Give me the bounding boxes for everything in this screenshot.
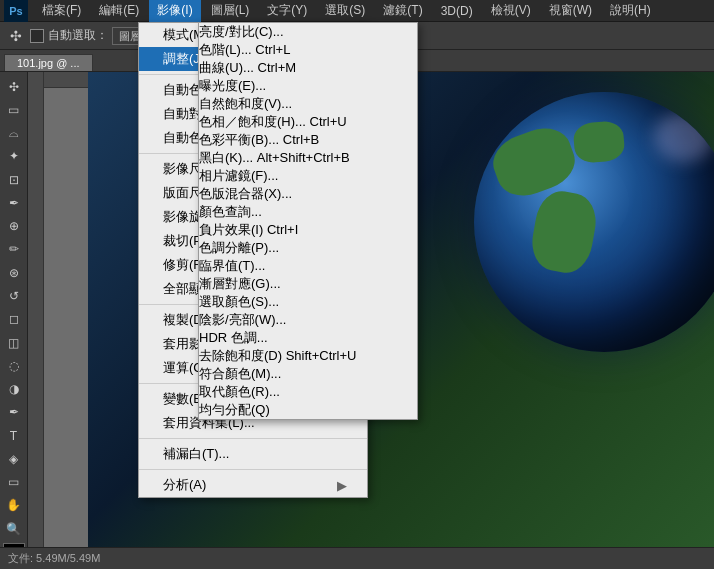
crop-tool[interactable]: ⊡	[2, 169, 26, 190]
menu-layer[interactable]: 圖層(L)	[203, 0, 258, 22]
submenu-match-color[interactable]: 符合顏色(M)...	[199, 365, 417, 383]
brightness-contrast-label: 亮度/對比(C)...	[199, 24, 284, 39]
submenu-color-lookup[interactable]: 顏色查詢...	[199, 203, 417, 221]
zoom-tool[interactable]: 🔍	[2, 518, 26, 539]
curves-shortcut: Ctrl+M	[258, 60, 297, 75]
history-tool[interactable]: ↺	[2, 285, 26, 306]
menu-image[interactable]: 影像(I)	[149, 0, 200, 22]
toolbox: ✣ ▭ ⌓ ✦ ⊡ ✒ ⊕ ✏ ⊛ ↺ ◻ ◫ ◌ ◑ ✒ T ◈ ▭ ✋ 🔍	[0, 72, 28, 569]
submenu-black-white[interactable]: 黑白(K)... Alt+Shift+Ctrl+B	[199, 149, 417, 167]
levels-shortcut: Ctrl+L	[255, 42, 290, 57]
magic-wand-tool[interactable]: ✦	[2, 146, 26, 167]
hue-saturation-shortcut: Ctrl+U	[310, 114, 347, 129]
hand-tool[interactable]: ✋	[2, 495, 26, 516]
submenu-hdr-toning[interactable]: HDR 色調...	[199, 329, 417, 347]
separator-6	[139, 469, 367, 470]
lasso-tool[interactable]: ⌓	[2, 123, 26, 144]
status-text: 文件: 5.49M/5.49M	[8, 551, 100, 566]
menu-item-trap[interactable]: 補漏白(T)...	[139, 442, 367, 466]
submenu-shadows-highlights[interactable]: 陰影/亮部(W)...	[199, 311, 417, 329]
ruler-vertical	[28, 72, 44, 569]
selective-color-label: 選取顏色(S)...	[199, 294, 279, 309]
color-lookup-label: 顏色查詢...	[199, 204, 262, 219]
submenu-posterize[interactable]: 色調分離(P)...	[199, 239, 417, 257]
match-color-label: 符合顏色(M)...	[199, 366, 281, 381]
submenu-threshold[interactable]: 臨界值(T)...	[199, 257, 417, 275]
analyze-arrow-icon: ▶	[337, 478, 347, 493]
menu-file[interactable]: 檔案(F)	[34, 0, 89, 22]
submenu-brightness-contrast[interactable]: 亮度/對比(C)...	[199, 23, 417, 41]
menu-help[interactable]: 說明(H)	[602, 0, 659, 22]
gradient-tool[interactable]: ◫	[2, 332, 26, 353]
clone-tool[interactable]: ⊛	[2, 262, 26, 283]
menu-select[interactable]: 選取(S)	[317, 0, 373, 22]
menu-3d[interactable]: 3D(D)	[433, 0, 481, 22]
status-bar: 文件: 5.49M/5.49M	[0, 547, 714, 569]
submenu-replace-color[interactable]: 取代顏色(R)...	[199, 383, 417, 401]
vibrance-label: 自然飽和度(V)...	[199, 96, 292, 111]
submenu-exposure[interactable]: 曝光度(E)...	[199, 77, 417, 95]
path-tool[interactable]: ◈	[2, 448, 26, 469]
eraser-tool[interactable]: ◻	[2, 309, 26, 330]
submenu-vibrance[interactable]: 自然飽和度(V)...	[199, 95, 417, 113]
invert-shortcut: Ctrl+I	[267, 222, 298, 237]
channel-mixer-label: 色版混合器(X)...	[199, 186, 292, 201]
hdr-toning-label: HDR 色調...	[199, 330, 268, 345]
move-tool-icon: ✣	[6, 26, 26, 46]
separator-5	[139, 438, 367, 439]
adjust-submenu: 亮度/對比(C)... 色階(L)... Ctrl+L 曲線(U)... Ctr…	[198, 22, 418, 420]
color-balance-shortcut: Ctrl+B	[283, 132, 319, 147]
black-white-label: 黑白(K)...	[199, 150, 253, 165]
menu-window[interactable]: 視窗(W)	[541, 0, 600, 22]
shadows-highlights-label: 陰影/亮部(W)...	[199, 312, 286, 327]
equalize-label: 均勻分配(Q)	[199, 402, 270, 417]
submenu-channel-mixer[interactable]: 色版混合器(X)...	[199, 185, 417, 203]
dodge-tool[interactable]: ◑	[2, 378, 26, 399]
menu-bar: Ps 檔案(F) 編輯(E) 影像(I) 圖層(L) 文字(Y) 選取(S) 濾…	[0, 0, 714, 22]
text-tool[interactable]: T	[2, 425, 26, 446]
menu-item-analyze[interactable]: 分析(A) ▶	[139, 473, 367, 497]
color-balance-label: 色彩平衡(B)...	[199, 132, 279, 147]
analyze-label: 分析(A)	[163, 476, 206, 494]
menu-edit[interactable]: 編輯(E)	[91, 0, 147, 22]
heal-tool[interactable]: ⊕	[2, 216, 26, 237]
submenu-invert[interactable]: 負片效果(I) Ctrl+I	[199, 221, 417, 239]
menu-filter[interactable]: 濾鏡(T)	[375, 0, 430, 22]
submenu-curves[interactable]: 曲線(U)... Ctrl+M	[199, 59, 417, 77]
ps-logo: Ps	[4, 0, 28, 22]
submenu-photo-filter[interactable]: 相片濾鏡(F)...	[199, 167, 417, 185]
black-white-shortcut: Alt+Shift+Ctrl+B	[257, 150, 350, 165]
invert-label: 負片效果(I)	[199, 222, 263, 237]
tab-label: 101.jpg @ ...	[17, 57, 80, 69]
submenu-selective-color[interactable]: 選取顏色(S)...	[199, 293, 417, 311]
eyedropper-tool[interactable]: ✒	[2, 192, 26, 213]
posterize-label: 色調分離(P)...	[199, 240, 279, 255]
hue-saturation-label: 色相／飽和度(H)...	[199, 114, 306, 129]
photo-filter-label: 相片濾鏡(F)...	[199, 168, 278, 183]
threshold-label: 臨界值(T)...	[199, 258, 265, 273]
exposure-label: 曝光度(E)...	[199, 78, 266, 93]
document-tab[interactable]: 101.jpg @ ...	[4, 54, 93, 71]
submenu-hue-saturation[interactable]: 色相／飽和度(H)... Ctrl+U	[199, 113, 417, 131]
auto-select-label: 自動選取：	[48, 27, 108, 44]
replace-color-label: 取代顏色(R)...	[199, 384, 280, 399]
selection-tool[interactable]: ▭	[2, 99, 26, 120]
curves-label: 曲線(U)...	[199, 60, 254, 75]
trap-label: 補漏白(T)...	[163, 445, 229, 463]
submenu-gradient-map[interactable]: 漸層對應(G)...	[199, 275, 417, 293]
levels-label: 色階(L)...	[199, 42, 252, 57]
submenu-equalize[interactable]: 均勻分配(Q)	[199, 401, 417, 419]
submenu-desaturate[interactable]: 去除飽和度(D) Shift+Ctrl+U	[199, 347, 417, 365]
desaturate-shortcut: Shift+Ctrl+U	[286, 348, 357, 363]
blur-tool[interactable]: ◌	[2, 355, 26, 376]
menu-view[interactable]: 檢視(V)	[483, 0, 539, 22]
brush-tool[interactable]: ✏	[2, 239, 26, 260]
auto-select-checkbox[interactable]	[30, 29, 44, 43]
gradient-map-label: 漸層對應(G)...	[199, 276, 281, 291]
pen-tool[interactable]: ✒	[2, 402, 26, 423]
shape-tool[interactable]: ▭	[2, 472, 26, 493]
submenu-color-balance[interactable]: 色彩平衡(B)... Ctrl+B	[199, 131, 417, 149]
move-tool[interactable]: ✣	[2, 76, 26, 97]
menu-text[interactable]: 文字(Y)	[259, 0, 315, 22]
submenu-levels[interactable]: 色階(L)... Ctrl+L	[199, 41, 417, 59]
